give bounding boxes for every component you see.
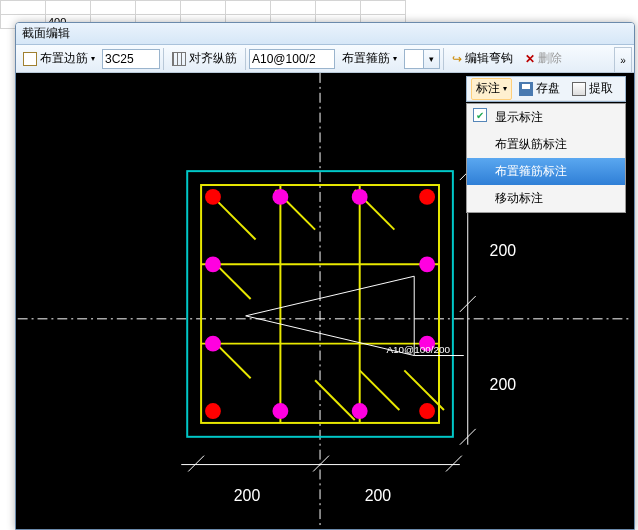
window-title: 截面编辑 <box>22 26 70 29</box>
section-edit-window: 截面编辑 布置边筋 ▾ 对齐纵筋 布置箍筋 ▾ ▾ ↪ 编辑弯钩 ✕ <box>15 22 635 29</box>
window-titlebar[interactable]: 截面编辑 <box>16 23 634 29</box>
